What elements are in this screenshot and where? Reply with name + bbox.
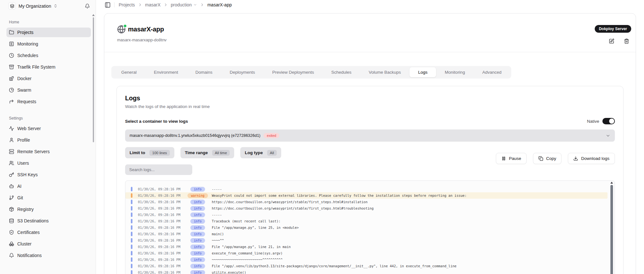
search-logs-input[interactable] <box>125 164 192 175</box>
tab-advanced[interactable]: Advanced <box>473 67 510 77</box>
log-level-bar <box>131 187 132 191</box>
status-dot <box>123 24 127 28</box>
sidebar-item-profile[interactable]: Profile <box>6 135 91 145</box>
scrollbar-thumb[interactable] <box>93 17 94 142</box>
layers-icon <box>10 4 14 8</box>
container-select[interactable]: masarx-masarxapp-do8tnv.1.yrwlux5xkuzb01… <box>125 129 615 142</box>
native-toggle[interactable] <box>602 118 615 124</box>
log-row: 01/30/26, 09:28:16 PMwarningWeasyPrint c… <box>125 192 608 199</box>
log-viewer-scrollbar[interactable] <box>610 182 613 274</box>
filter-limit-to[interactable]: Limit to100 lines <box>125 147 174 158</box>
scrollbar-up-arrow[interactable] <box>92 14 95 16</box>
database-icon <box>9 218 14 223</box>
scrollbar-thumb[interactable] <box>610 185 613 274</box>
sidebar-item-label: Projects <box>17 30 34 35</box>
tab-domains[interactable]: Domains <box>187 67 221 77</box>
log-row: 01/30/26, 09:28:16 PMinfohttps://doc.cou… <box>125 199 608 205</box>
select-chevron <box>606 133 610 138</box>
sidebar-item-users[interactable]: Users <box>6 158 91 168</box>
sidebar-item-requests[interactable]: Requests <box>6 97 91 106</box>
user-icon <box>9 137 14 143</box>
folder-icon <box>9 30 14 35</box>
sidebar-item-label: Docker <box>17 76 31 81</box>
org-switcher[interactable]: My Organization <box>0 0 96 10</box>
sidebar-scrollbar[interactable] <box>92 14 95 142</box>
sidebar: My Organization HomeProjectsMonitoringSc… <box>0 0 96 274</box>
sidebar-item-traefik-file-system[interactable]: Traefik File System <box>6 62 91 72</box>
breadcrumb-dropdown-chevron[interactable] <box>193 3 197 7</box>
log-timestamp: 01/30/26, 09:28:16 PM <box>138 213 183 217</box>
sidebar-toggle-button[interactable] <box>105 2 111 8</box>
sidebar-item-schedules[interactable]: Schedules <box>6 51 91 60</box>
sidebar-item-s3-destinations[interactable]: S3 Destinations <box>6 216 91 226</box>
tab-schedules[interactable]: Schedules <box>322 67 360 77</box>
delete-button[interactable] <box>624 38 629 44</box>
log-message: File "/app/manage.py", line 21, in main <box>212 245 291 249</box>
key-icon <box>9 172 14 177</box>
log-level-badge: info <box>190 232 205 237</box>
sidebar-item-remote-servers[interactable]: Remote Servers <box>6 147 91 156</box>
log-row: 01/30/26, 09:28:16 PMinfoFile "/app/.ven… <box>125 263 608 269</box>
sidebar-item-docker[interactable]: Docker <box>6 74 91 83</box>
trash-icon <box>624 38 629 44</box>
log-level-bar <box>131 245 132 249</box>
tab-logs[interactable]: Logs <box>409 67 436 77</box>
tab-volume-backups[interactable]: Volume Backups <box>360 67 410 77</box>
log-message: https://doc.courtbouillon.org/weasyprint… <box>212 206 374 210</box>
activity-icon <box>9 126 14 131</box>
shield-check-icon <box>9 230 14 235</box>
filter-label: Limit to <box>130 150 145 155</box>
sidebar-item-git[interactable]: Git <box>6 193 91 203</box>
chevron-right-icon <box>200 3 204 7</box>
log-timestamp: 01/30/26, 09:28:16 PM <box>138 226 183 229</box>
breadcrumb-item-projects[interactable]: Projects <box>119 2 135 7</box>
sidebar-item-swarm[interactable]: Swarm <box>6 85 91 95</box>
tab-deployments[interactable]: Deployments <box>221 67 264 77</box>
sidebar-item-registry[interactable]: Registry <box>6 204 91 214</box>
log-level-bar <box>131 257 132 262</box>
notifications-bell-button[interactable] <box>85 4 90 9</box>
log-message: ~~~~^^ <box>212 238 224 242</box>
sidebar-item-certificates[interactable]: Certificates <box>6 228 91 237</box>
breadcrumb-separator <box>163 3 168 7</box>
log-row: 01/30/26, 09:28:16 PMinfoFile "/app/mana… <box>125 244 608 250</box>
breadcrumb-item-masarx[interactable]: masarX <box>145 2 161 7</box>
log-viewer: 01/30/26, 09:28:16 PMinfo-----01/30/26, … <box>125 180 615 274</box>
pause-button[interactable]: Pause <box>496 153 527 164</box>
scrollbar-up-arrow[interactable] <box>610 182 613 184</box>
breadcrumb-item-production[interactable]: production <box>171 2 192 7</box>
card-header: masarX-app masarx-masarxapp-do8tnv Dokpl… <box>104 13 636 52</box>
container-name: masarx-masarxapp-do8tnv.1.yrwlux5xkuzb01… <box>130 133 260 138</box>
log-message: utility.execute() <box>212 270 246 274</box>
sidebar-item-web-server[interactable]: Web Server <box>6 124 91 133</box>
log-row: 01/30/26, 09:28:16 PMinfoutility.execute… <box>125 269 608 274</box>
log-rows: 01/30/26, 09:28:16 PMinfo-----01/30/26, … <box>125 186 615 274</box>
breadcrumb-item-masarx-app[interactable]: masarX-app <box>207 2 232 7</box>
log-timestamp: 01/30/26, 09:28:16 PM <box>138 264 183 268</box>
download-logs-button[interactable]: Download logs <box>568 153 615 164</box>
tab-preview-deployments[interactable]: Preview Deployments <box>264 67 323 77</box>
tab-general[interactable]: General <box>113 67 145 77</box>
tab-environment[interactable]: Environment <box>145 67 187 77</box>
log-message: WeasyPrint could not import some externa… <box>212 194 467 197</box>
sidebar-item-ssh-keys[interactable]: SSH Keys <box>6 170 91 179</box>
copy-button[interactable]: Copy <box>533 153 562 164</box>
sidebar-item-ai[interactable]: AI <box>6 181 91 191</box>
tab-monitoring[interactable]: Monitoring <box>436 67 473 77</box>
sidebar-item-monitoring[interactable]: Monitoring <box>6 39 91 49</box>
edit-button[interactable] <box>609 38 614 44</box>
copy-icon <box>538 156 543 161</box>
log-level-bar <box>131 264 132 268</box>
app-id: masarx-masarxapp-do8tnv <box>117 37 167 42</box>
sidebar-item-projects[interactable]: Projects <box>6 28 91 37</box>
filter-time-range[interactable]: Time rangeAll time <box>180 147 234 158</box>
log-timestamp: 01/30/26, 09:28:16 PM <box>138 270 183 274</box>
log-level-badge: info <box>190 257 205 262</box>
filter-log-type[interactable]: Log typeAll <box>240 147 281 158</box>
sidebar-item-notifications[interactable]: Notifications <box>6 251 91 260</box>
org-switcher-chevrons[interactable] <box>53 4 58 8</box>
sidebar-item-label: Certificates <box>17 230 40 235</box>
sidebar-item-cluster[interactable]: Cluster <box>6 239 91 249</box>
log-row: 01/30/26, 09:28:16 PMinfoexecute_from_co… <box>125 250 608 256</box>
sidebar-item-label: Requests <box>17 99 36 104</box>
